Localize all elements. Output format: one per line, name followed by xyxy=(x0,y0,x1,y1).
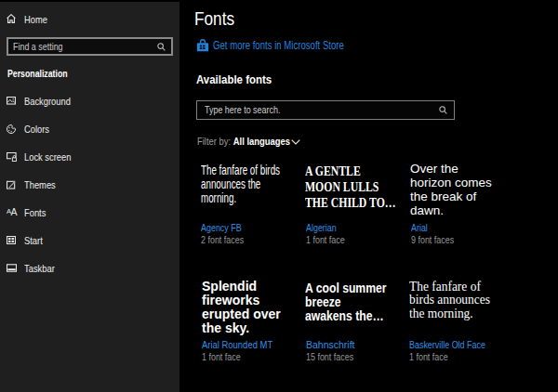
svg-text:A: A xyxy=(11,207,18,216)
